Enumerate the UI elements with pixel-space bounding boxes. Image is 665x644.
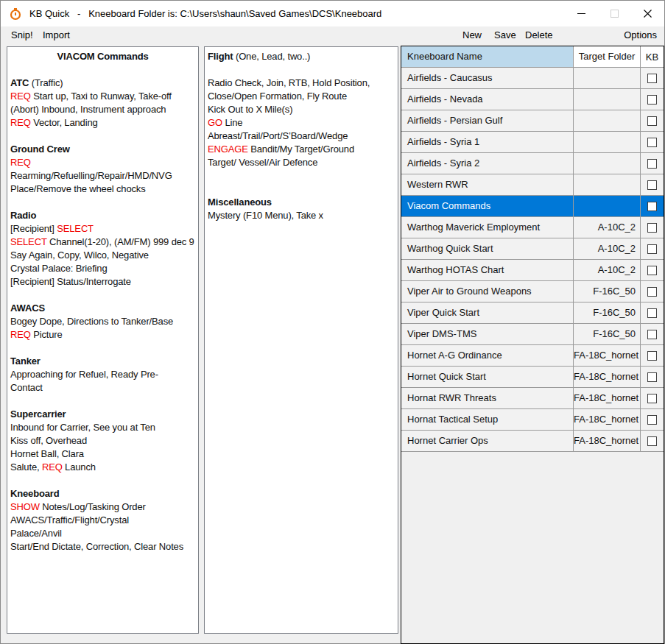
kb-checkbox[interactable]: [647, 308, 657, 318]
menu-item-save[interactable]: Save: [494, 29, 516, 40]
cell-kb: [641, 68, 664, 88]
cell-kb: [641, 238, 664, 259]
kb-checkbox[interactable]: [647, 244, 657, 254]
text-segment: Approaching for Refuel, Ready Pre-: [10, 369, 158, 380]
cell-target-folder: [574, 132, 641, 152]
text-segment: Crystal Palace: Briefing: [10, 263, 108, 274]
text-segment: [Recipient] Status/Interrogate: [10, 276, 131, 287]
text-segment: Contact: [10, 382, 43, 393]
kb-checkbox[interactable]: [647, 138, 657, 147]
text-line: Mystery (F10 Menu), Take x: [208, 209, 395, 222]
text-line: Supercarrier: [10, 408, 195, 421]
text-segment: Kiss off, Overhead: [10, 435, 87, 446]
kb-checkbox[interactable]: [647, 74, 657, 83]
column-header-kneeboard-name[interactable]: Kneeboard Name: [401, 46, 574, 67]
cell-kb: [641, 281, 664, 302]
table-row[interactable]: Warthog HOTAS ChartA-10C_2: [401, 260, 664, 281]
text-line: [10, 63, 195, 77]
cell-target-folder: [574, 110, 641, 131]
column-header-target-folder[interactable]: Target Folder: [574, 46, 641, 67]
kb-checkbox[interactable]: [647, 394, 657, 403]
table-row[interactable]: Hornat Tactical SetupFA-18C_hornet: [401, 409, 664, 431]
text-segment: Kick Out to X Mile(s): [208, 104, 292, 115]
cell-target-folder: F-16C_50: [574, 281, 641, 302]
text-line: REQ Picture: [10, 328, 195, 342]
cell-target-folder: [574, 196, 641, 216]
table-row[interactable]: Hornat RWR ThreatsFA-18C_hornet: [401, 388, 664, 409]
menu-item-delete[interactable]: Delete: [525, 29, 553, 40]
cell-kb: [641, 260, 664, 280]
maximize-icon: [611, 10, 619, 18]
kb-checkbox[interactable]: [647, 266, 657, 275]
kb-checkbox[interactable]: [647, 95, 657, 105]
cell-kb: [641, 324, 664, 344]
cell-target-folder: A-10C_2: [574, 238, 641, 259]
table-row[interactable]: Viacom Commands: [401, 196, 664, 217]
table-row[interactable]: Warthog Maverick EmploymentA-10C_2: [401, 217, 664, 238]
menu-item-snip[interactable]: Snip!: [11, 29, 33, 40]
text-segment: AWACS: [10, 302, 45, 314]
cell-target-folder: [574, 89, 641, 110]
text-line: [208, 183, 395, 196]
table-row[interactable]: Western RWR: [401, 174, 664, 196]
kb-checkbox[interactable]: [647, 223, 657, 233]
text-segment: Mystery (F10 Menu), Take x: [208, 210, 323, 221]
menu-item-new[interactable]: New: [462, 29, 482, 40]
cell-kneeboard-name: Airfields - Syria 1: [401, 132, 574, 152]
text-segment: Palace/Anvil: [10, 528, 62, 539]
table-row[interactable]: Airfields - Caucasus: [401, 68, 664, 89]
kb-checkbox[interactable]: [647, 180, 657, 190]
text-segment: AWACS/Traffic/Flight/Crystal: [10, 514, 129, 526]
kb-checkbox[interactable]: [647, 351, 657, 361]
cell-kneeboard-name: Warthog HOTAS Chart: [401, 260, 574, 280]
cell-kb: [641, 174, 664, 195]
text-segment: Rearming/Refuelling/Repair/HMD/NVG: [10, 170, 172, 181]
menu-item-options[interactable]: Options: [624, 29, 657, 40]
text-segment: Channel(1-20), (AM/FM) 999 dec 9: [46, 236, 194, 247]
table-row[interactable]: Hornet A-G OrdinanceFA-18C_hornet: [401, 345, 664, 367]
cell-kneeboard-name: Warthog Maverick Employment: [401, 217, 574, 238]
text-segment: SELECT: [10, 236, 46, 247]
kb-checkbox[interactable]: [647, 415, 657, 425]
table-row[interactable]: Viper DMS-TMSF-16C_50: [401, 324, 664, 345]
text-segment: [Recipient]: [10, 223, 57, 234]
flight-commands-panel[interactable]: Flight (One, Lead, two..) Radio Check, J…: [204, 46, 398, 634]
cell-kneeboard-name: Warthog Quick Start: [401, 238, 574, 259]
table-row[interactable]: Warthog Quick StartA-10C_2: [401, 238, 664, 260]
minimize-button[interactable]: [565, 1, 598, 26]
kb-checkbox[interactable]: [647, 159, 657, 169]
table-row[interactable]: Airfields - Persian Gulf: [401, 110, 664, 132]
table-row[interactable]: Viper Quick StartF-16C_50: [401, 302, 664, 324]
window-title: KB Quick - Kneeboard Folder is: C:\Users…: [29, 8, 381, 19]
text-segment: Salute,: [10, 461, 42, 473]
text-line: AWACS/Traffic/Flight/Crystal: [10, 514, 195, 527]
kb-checkbox[interactable]: [647, 436, 657, 446]
cell-kneeboard-name: Hornet A-G Ordinance: [401, 345, 574, 366]
viacom-commands-panel[interactable]: VIACOM Commands ATC (Traffic)REQ Start u…: [7, 46, 199, 634]
cell-target-folder: FA-18C_hornet: [574, 388, 641, 408]
kb-checkbox[interactable]: [647, 287, 657, 297]
kb-checkbox[interactable]: [647, 202, 657, 211]
table-row[interactable]: Airfields - Syria 1: [401, 132, 664, 153]
cell-kneeboard-name: Airfields - Caucasus: [401, 68, 574, 88]
table-row[interactable]: Viper Air to Ground WeaponsF-16C_50: [401, 281, 664, 302]
kb-checkbox[interactable]: [647, 330, 657, 339]
text-segment: (Traffic): [29, 77, 63, 88]
cell-kb: [641, 217, 664, 238]
text-line: SHOW Notes/Log/Tasking Order: [10, 500, 195, 514]
menu-item-import[interactable]: Import: [43, 29, 70, 40]
text-segment: (Abort) Inbound, Instrument approach: [10, 104, 166, 115]
table-row[interactable]: Airfields - Syria 2: [401, 153, 664, 174]
text-segment: REQ: [10, 157, 31, 168]
kb-checkbox[interactable]: [647, 372, 657, 382]
table-row[interactable]: Hornet Quick StartFA-18C_hornet: [401, 367, 664, 388]
column-header-kb[interactable]: KB: [641, 46, 664, 67]
text-line: [10, 196, 195, 209]
cell-target-folder: F-16C_50: [574, 302, 641, 323]
titlebar: KB Quick - Kneeboard Folder is: C:\Users…: [1, 1, 664, 26]
kb-checkbox[interactable]: [647, 116, 657, 126]
table-row[interactable]: Airfields - Nevada: [401, 89, 664, 110]
table-row[interactable]: Hornet Carrier OpsFA-18C_hornet: [401, 431, 664, 452]
cell-target-folder: FA-18C_hornet: [574, 367, 641, 387]
close-button[interactable]: [631, 1, 664, 26]
